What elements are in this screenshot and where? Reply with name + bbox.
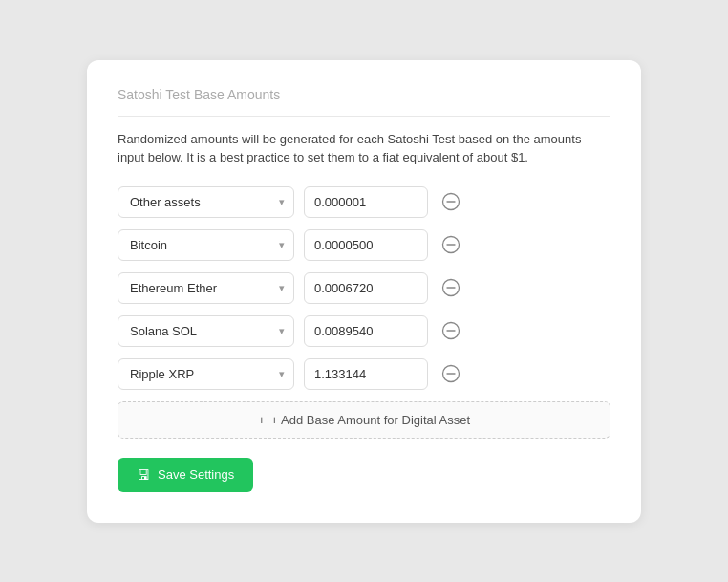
remove-row-button[interactable]	[438, 188, 464, 215]
amount-input[interactable]	[304, 315, 428, 347]
table-row: Other assetsBitcoinEthereum EtherSolana …	[118, 315, 610, 347]
asset-select[interactable]: Other assetsBitcoinEthereum EtherSolana …	[118, 229, 294, 261]
remove-row-button[interactable]	[438, 317, 464, 344]
settings-card: Satoshi Test Base Amounts Randomized amo…	[87, 60, 641, 523]
save-button-label: Save Settings	[158, 467, 234, 482]
description-text: Randomized amounts will be generated for…	[118, 130, 610, 167]
remove-row-button[interactable]	[438, 231, 464, 258]
asset-select[interactable]: Other assetsBitcoinEthereum EtherSolana …	[118, 186, 294, 218]
asset-select-wrapper: Other assetsBitcoinEthereum EtherSolana …	[118, 186, 294, 218]
asset-select[interactable]: Other assetsBitcoinEthereum EtherSolana …	[118, 272, 294, 304]
add-base-amount-button[interactable]: + + Add Base Amount for Digital Asset	[118, 401, 610, 439]
table-row: Other assetsBitcoinEthereum EtherSolana …	[118, 229, 610, 261]
asset-select-wrapper: Other assetsBitcoinEthereum EtherSolana …	[118, 315, 294, 347]
table-row: Other assetsBitcoinEthereum EtherSolana …	[118, 272, 610, 304]
asset-select[interactable]: Other assetsBitcoinEthereum EtherSolana …	[118, 315, 294, 347]
remove-row-button[interactable]	[438, 360, 464, 387]
add-icon: +	[258, 413, 266, 427]
table-row: Other assetsBitcoinEthereum EtherSolana …	[118, 186, 610, 218]
asset-select-wrapper: Other assetsBitcoinEthereum EtherSolana …	[118, 358, 294, 390]
amount-input[interactable]	[304, 229, 428, 261]
amount-input[interactable]	[304, 358, 428, 390]
amount-input[interactable]	[304, 272, 428, 304]
remove-row-button[interactable]	[438, 274, 464, 301]
amount-input[interactable]	[304, 186, 428, 218]
rows-container: Other assetsBitcoinEthereum EtherSolana …	[118, 186, 610, 390]
asset-select-wrapper: Other assetsBitcoinEthereum EtherSolana …	[118, 229, 294, 261]
asset-select-wrapper: Other assetsBitcoinEthereum EtherSolana …	[118, 272, 294, 304]
table-row: Other assetsBitcoinEthereum EtherSolana …	[118, 358, 610, 390]
add-button-label: + Add Base Amount for Digital Asset	[271, 413, 470, 427]
save-icon: 🖫	[137, 467, 150, 483]
card-title: Satoshi Test Base Amounts	[118, 87, 610, 117]
save-settings-button[interactable]: 🖫 Save Settings	[118, 458, 253, 492]
asset-select[interactable]: Other assetsBitcoinEthereum EtherSolana …	[118, 358, 294, 390]
